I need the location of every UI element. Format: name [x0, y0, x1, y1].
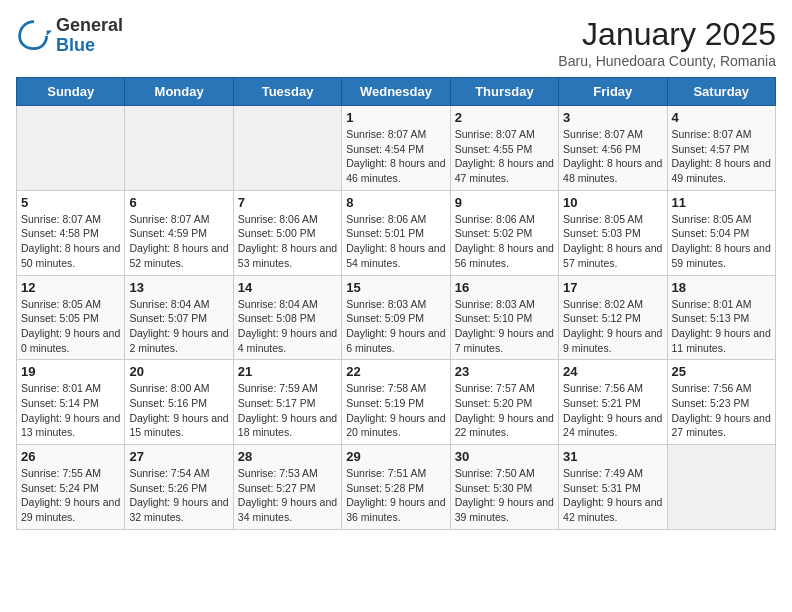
day-number: 9: [455, 195, 554, 210]
weekday-header-cell: Friday: [559, 78, 667, 106]
day-number: 7: [238, 195, 337, 210]
calendar-day-cell: 20Sunrise: 8:00 AM Sunset: 5:16 PM Dayli…: [125, 360, 233, 445]
day-number: 30: [455, 449, 554, 464]
calendar-day-cell: 1Sunrise: 8:07 AM Sunset: 4:54 PM Daylig…: [342, 106, 450, 191]
day-info: Sunrise: 8:05 AM Sunset: 5:03 PM Dayligh…: [563, 212, 662, 271]
calendar-day-cell: 17Sunrise: 8:02 AM Sunset: 5:12 PM Dayli…: [559, 275, 667, 360]
calendar-day-cell: 31Sunrise: 7:49 AM Sunset: 5:31 PM Dayli…: [559, 445, 667, 530]
day-number: 8: [346, 195, 445, 210]
day-number: 1: [346, 110, 445, 125]
calendar-table: SundayMondayTuesdayWednesdayThursdayFrid…: [16, 77, 776, 530]
calendar-day-cell: 3Sunrise: 8:07 AM Sunset: 4:56 PM Daylig…: [559, 106, 667, 191]
calendar-day-cell: 9Sunrise: 8:06 AM Sunset: 5:02 PM Daylig…: [450, 190, 558, 275]
calendar-week-row: 26Sunrise: 7:55 AM Sunset: 5:24 PM Dayli…: [17, 445, 776, 530]
day-number: 19: [21, 364, 120, 379]
day-number: 14: [238, 280, 337, 295]
day-info: Sunrise: 8:04 AM Sunset: 5:08 PM Dayligh…: [238, 297, 337, 356]
day-info: Sunrise: 7:50 AM Sunset: 5:30 PM Dayligh…: [455, 466, 554, 525]
day-number: 2: [455, 110, 554, 125]
calendar-day-cell: 22Sunrise: 7:58 AM Sunset: 5:19 PM Dayli…: [342, 360, 450, 445]
day-info: Sunrise: 7:51 AM Sunset: 5:28 PM Dayligh…: [346, 466, 445, 525]
calendar-day-cell: 24Sunrise: 7:56 AM Sunset: 5:21 PM Dayli…: [559, 360, 667, 445]
calendar-title: January 2025: [558, 16, 776, 53]
day-number: 11: [672, 195, 771, 210]
day-info: Sunrise: 7:56 AM Sunset: 5:23 PM Dayligh…: [672, 381, 771, 440]
day-number: 22: [346, 364, 445, 379]
calendar-day-cell: 12Sunrise: 8:05 AM Sunset: 5:05 PM Dayli…: [17, 275, 125, 360]
weekday-header-cell: Saturday: [667, 78, 775, 106]
day-number: 10: [563, 195, 662, 210]
day-number: 4: [672, 110, 771, 125]
calendar-day-cell: [17, 106, 125, 191]
calendar-day-cell: 5Sunrise: 8:07 AM Sunset: 4:58 PM Daylig…: [17, 190, 125, 275]
calendar-body: 1Sunrise: 8:07 AM Sunset: 4:54 PM Daylig…: [17, 106, 776, 530]
day-info: Sunrise: 8:04 AM Sunset: 5:07 PM Dayligh…: [129, 297, 228, 356]
day-number: 3: [563, 110, 662, 125]
day-info: Sunrise: 8:05 AM Sunset: 5:05 PM Dayligh…: [21, 297, 120, 356]
calendar-day-cell: 8Sunrise: 8:06 AM Sunset: 5:01 PM Daylig…: [342, 190, 450, 275]
calendar-day-cell: 2Sunrise: 8:07 AM Sunset: 4:55 PM Daylig…: [450, 106, 558, 191]
day-info: Sunrise: 8:01 AM Sunset: 5:14 PM Dayligh…: [21, 381, 120, 440]
day-info: Sunrise: 7:58 AM Sunset: 5:19 PM Dayligh…: [346, 381, 445, 440]
calendar-week-row: 19Sunrise: 8:01 AM Sunset: 5:14 PM Dayli…: [17, 360, 776, 445]
day-info: Sunrise: 8:07 AM Sunset: 4:58 PM Dayligh…: [21, 212, 120, 271]
day-number: 28: [238, 449, 337, 464]
calendar-day-cell: 7Sunrise: 8:06 AM Sunset: 5:00 PM Daylig…: [233, 190, 341, 275]
day-info: Sunrise: 8:07 AM Sunset: 4:56 PM Dayligh…: [563, 127, 662, 186]
calendar-day-cell: 21Sunrise: 7:59 AM Sunset: 5:17 PM Dayli…: [233, 360, 341, 445]
weekday-header-cell: Sunday: [17, 78, 125, 106]
day-number: 29: [346, 449, 445, 464]
calendar-day-cell: 13Sunrise: 8:04 AM Sunset: 5:07 PM Dayli…: [125, 275, 233, 360]
calendar-day-cell: 18Sunrise: 8:01 AM Sunset: 5:13 PM Dayli…: [667, 275, 775, 360]
calendar-subtitle: Baru, Hunedoara County, Romania: [558, 53, 776, 69]
calendar-week-row: 5Sunrise: 8:07 AM Sunset: 4:58 PM Daylig…: [17, 190, 776, 275]
day-info: Sunrise: 8:02 AM Sunset: 5:12 PM Dayligh…: [563, 297, 662, 356]
day-number: 26: [21, 449, 120, 464]
day-info: Sunrise: 8:06 AM Sunset: 5:00 PM Dayligh…: [238, 212, 337, 271]
calendar-day-cell: [667, 445, 775, 530]
calendar-day-cell: 25Sunrise: 7:56 AM Sunset: 5:23 PM Dayli…: [667, 360, 775, 445]
calendar-day-cell: 30Sunrise: 7:50 AM Sunset: 5:30 PM Dayli…: [450, 445, 558, 530]
day-info: Sunrise: 8:06 AM Sunset: 5:02 PM Dayligh…: [455, 212, 554, 271]
day-number: 25: [672, 364, 771, 379]
day-number: 18: [672, 280, 771, 295]
logo-icon: [16, 18, 52, 54]
day-info: Sunrise: 8:03 AM Sunset: 5:09 PM Dayligh…: [346, 297, 445, 356]
day-info: Sunrise: 7:57 AM Sunset: 5:20 PM Dayligh…: [455, 381, 554, 440]
weekday-header-cell: Tuesday: [233, 78, 341, 106]
day-info: Sunrise: 7:53 AM Sunset: 5:27 PM Dayligh…: [238, 466, 337, 525]
calendar-week-row: 1Sunrise: 8:07 AM Sunset: 4:54 PM Daylig…: [17, 106, 776, 191]
day-info: Sunrise: 8:06 AM Sunset: 5:01 PM Dayligh…: [346, 212, 445, 271]
day-number: 13: [129, 280, 228, 295]
day-number: 6: [129, 195, 228, 210]
day-info: Sunrise: 7:55 AM Sunset: 5:24 PM Dayligh…: [21, 466, 120, 525]
calendar-day-cell: 6Sunrise: 8:07 AM Sunset: 4:59 PM Daylig…: [125, 190, 233, 275]
day-info: Sunrise: 8:00 AM Sunset: 5:16 PM Dayligh…: [129, 381, 228, 440]
day-number: 15: [346, 280, 445, 295]
calendar-day-cell: 15Sunrise: 8:03 AM Sunset: 5:09 PM Dayli…: [342, 275, 450, 360]
calendar-day-cell: 14Sunrise: 8:04 AM Sunset: 5:08 PM Dayli…: [233, 275, 341, 360]
calendar-day-cell: 27Sunrise: 7:54 AM Sunset: 5:26 PM Dayli…: [125, 445, 233, 530]
calendar-day-cell: 19Sunrise: 8:01 AM Sunset: 5:14 PM Dayli…: [17, 360, 125, 445]
logo: General Blue: [16, 16, 123, 56]
calendar-week-row: 12Sunrise: 8:05 AM Sunset: 5:05 PM Dayli…: [17, 275, 776, 360]
day-info: Sunrise: 8:07 AM Sunset: 4:55 PM Dayligh…: [455, 127, 554, 186]
day-info: Sunrise: 8:07 AM Sunset: 4:54 PM Dayligh…: [346, 127, 445, 186]
day-number: 24: [563, 364, 662, 379]
calendar-day-cell: [233, 106, 341, 191]
day-info: Sunrise: 8:05 AM Sunset: 5:04 PM Dayligh…: [672, 212, 771, 271]
calendar-day-cell: 11Sunrise: 8:05 AM Sunset: 5:04 PM Dayli…: [667, 190, 775, 275]
day-info: Sunrise: 8:07 AM Sunset: 4:57 PM Dayligh…: [672, 127, 771, 186]
calendar-day-cell: 10Sunrise: 8:05 AM Sunset: 5:03 PM Dayli…: [559, 190, 667, 275]
day-number: 31: [563, 449, 662, 464]
calendar-day-cell: 29Sunrise: 7:51 AM Sunset: 5:28 PM Dayli…: [342, 445, 450, 530]
day-info: Sunrise: 8:03 AM Sunset: 5:10 PM Dayligh…: [455, 297, 554, 356]
day-number: 21: [238, 364, 337, 379]
day-info: Sunrise: 8:07 AM Sunset: 4:59 PM Dayligh…: [129, 212, 228, 271]
calendar-day-cell: 26Sunrise: 7:55 AM Sunset: 5:24 PM Dayli…: [17, 445, 125, 530]
day-number: 5: [21, 195, 120, 210]
day-number: 12: [21, 280, 120, 295]
day-info: Sunrise: 7:59 AM Sunset: 5:17 PM Dayligh…: [238, 381, 337, 440]
title-area: January 2025 Baru, Hunedoara County, Rom…: [558, 16, 776, 69]
weekday-header-row: SundayMondayTuesdayWednesdayThursdayFrid…: [17, 78, 776, 106]
